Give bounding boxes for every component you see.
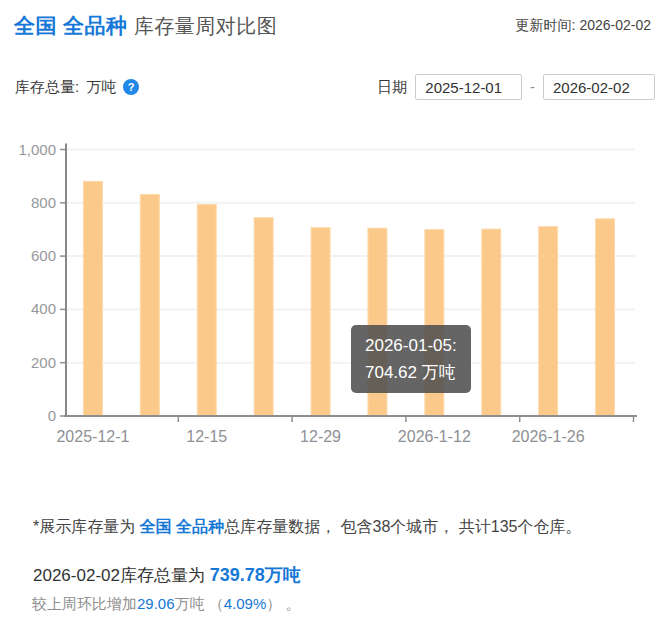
inventory-widget: 全国 全品种 库存量周对比图 更新时间: 2026-02-02 库存总量: 万吨… xyxy=(0,0,663,629)
footnote-highlight: 全国 全品种 xyxy=(140,518,224,535)
change-unit: 万吨 xyxy=(175,595,205,612)
update-time: 更新时间: 2026-02-02 xyxy=(516,17,651,35)
change-paren-open: （ xyxy=(205,595,224,612)
change-percent: 4.09% xyxy=(224,595,267,612)
inventory-bar-chart: 02004006008001,0002025-12-112-1512-29202… xyxy=(0,130,663,475)
summary-value: 739.78万吨 xyxy=(210,565,301,585)
x-tick-label: 2026-1-26 xyxy=(512,428,585,445)
help-icon[interactable]: ? xyxy=(123,79,139,95)
y-tick-label: 600 xyxy=(31,247,56,264)
y-tick-label: 800 xyxy=(31,194,56,211)
change-prefix: 较上周环比增加 xyxy=(32,595,137,612)
summary-date-text: 2026-02-02库存总量为 xyxy=(33,566,210,585)
change-period: 。 xyxy=(281,595,300,612)
footnote-prefix: *展示库存量为 xyxy=(33,518,140,535)
chart-tooltip: 2026-01-05: 704.62 万吨 xyxy=(351,325,471,393)
bar[interactable] xyxy=(539,227,558,416)
tooltip-value: 704.62 万吨 xyxy=(365,359,457,386)
footnote-suffix: 总库存量数据， 包含38个城市， 共计135个仓库。 xyxy=(224,518,581,535)
date-end-input[interactable] xyxy=(543,74,655,100)
x-tick-label: 2026-1-12 xyxy=(398,428,471,445)
bar[interactable] xyxy=(83,181,102,416)
y-tick-label: 1,000 xyxy=(18,141,56,158)
y-tick-label: 400 xyxy=(31,300,56,317)
chart-canvas: 02004006008001,0002025-12-112-1512-29202… xyxy=(0,130,663,475)
metric-unit: 万吨 xyxy=(86,78,116,97)
x-tick-label: 12-15 xyxy=(186,428,227,445)
bar[interactable] xyxy=(311,228,330,416)
change-value: 29.06 xyxy=(137,595,175,612)
x-tick-label: 2025-12-1 xyxy=(56,428,129,445)
footnote: *展示库存量为 全国 全品种总库存量数据， 包含38个城市， 共计135个仓库。 xyxy=(33,517,657,538)
date-start-input[interactable] xyxy=(415,74,522,100)
bar[interactable] xyxy=(140,194,159,416)
page-title: 全国 全品种 库存量周对比图 xyxy=(14,12,277,40)
summary-line: 2026-02-02库存总量为 739.78万吨 xyxy=(33,563,301,587)
date-label: 日期 xyxy=(377,78,407,97)
title-region[interactable]: 全国 xyxy=(14,14,57,37)
bar[interactable] xyxy=(596,219,615,416)
title-variety[interactable]: 全品种 xyxy=(63,14,128,37)
metric-label-group: 库存总量: 万吨 ? xyxy=(15,78,139,97)
x-tick-label: 12-29 xyxy=(300,428,341,445)
header: 全国 全品种 库存量周对比图 更新时间: 2026-02-02 xyxy=(14,12,651,40)
update-time-label: 更新时间: xyxy=(516,17,576,33)
title-text: 库存量周对比图 xyxy=(134,15,278,37)
update-time-value: 2026-02-02 xyxy=(579,17,651,33)
controls-row: 库存总量: 万吨 ? 日期 - xyxy=(15,72,655,102)
bar[interactable] xyxy=(254,218,273,416)
change-line: 较上周环比增加29.06万吨 （4.09%） 。 xyxy=(32,595,300,614)
date-separator: - xyxy=(530,79,535,95)
metric-label: 库存总量: xyxy=(15,78,79,97)
bar[interactable] xyxy=(197,205,216,416)
date-range-picker: 日期 - xyxy=(377,74,655,100)
y-tick-label: 200 xyxy=(31,354,56,371)
tooltip-date: 2026-01-05: xyxy=(365,332,457,359)
change-paren-close: ） xyxy=(266,595,281,612)
y-tick-label: 0 xyxy=(48,407,56,424)
bar[interactable] xyxy=(482,229,501,416)
